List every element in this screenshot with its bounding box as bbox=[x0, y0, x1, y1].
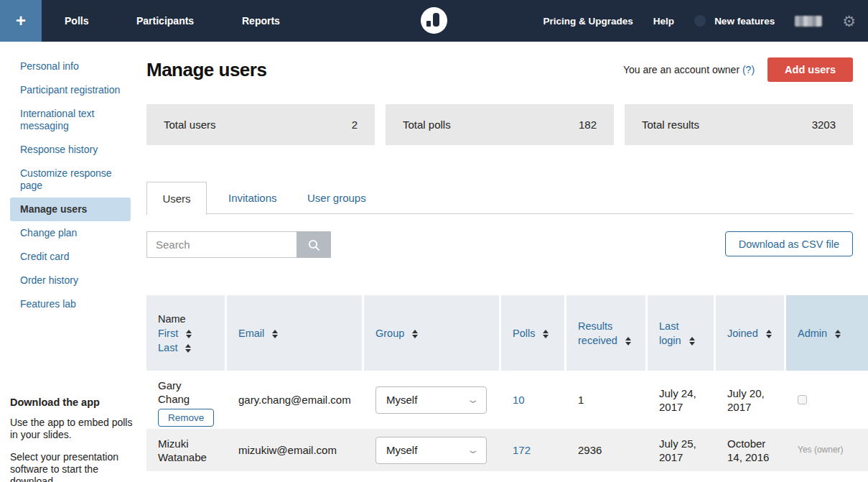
sort-icon[interactable] bbox=[272, 330, 278, 338]
search-button[interactable] bbox=[297, 231, 331, 258]
cell-last-login: July 25, 2017 bbox=[648, 429, 714, 471]
stat-total-results-value: 3203 bbox=[812, 119, 836, 131]
column-header-name[interactable]: Name First Last bbox=[146, 295, 225, 371]
search-input[interactable] bbox=[146, 231, 297, 258]
stat-total-users-value: 2 bbox=[352, 119, 358, 131]
owner-note: You are an account owner (?) bbox=[623, 64, 755, 75]
sort-icon[interactable] bbox=[766, 330, 772, 338]
download-csv-button[interactable]: Download as CSV file bbox=[725, 231, 853, 256]
download-app-body2: Select your presentation software to sta… bbox=[10, 451, 141, 482]
owner-help-icon[interactable]: (?) bbox=[742, 64, 755, 75]
cell-email: gary.chang@email.com bbox=[227, 371, 362, 429]
create-poll-button[interactable]: + bbox=[0, 0, 42, 42]
sidebar-item-order-history[interactable]: Order history bbox=[10, 269, 131, 292]
column-header-polls[interactable]: Polls bbox=[501, 295, 564, 371]
group-select[interactable]: Myself ⌄ bbox=[375, 437, 487, 464]
tab-bar: Users Invitations User groups bbox=[146, 182, 853, 214]
cell-admin bbox=[786, 371, 868, 429]
nav-pricing-upgrades[interactable]: Pricing & Upgrades bbox=[543, 16, 633, 27]
stat-total-polls: Total polls 182 bbox=[386, 104, 614, 145]
sidebar-item-credit-card[interactable]: Credit card bbox=[10, 245, 131, 269]
stat-total-polls-value: 182 bbox=[579, 119, 597, 131]
nav-participants[interactable]: Participants bbox=[136, 0, 194, 42]
navbar-right: Pricing & Upgrades Help New features ⚙ bbox=[543, 0, 856, 42]
cell-name: Mizuki Watanabe bbox=[146, 429, 225, 471]
page-title: Manage users bbox=[146, 59, 266, 81]
sort-icon[interactable] bbox=[185, 344, 191, 353]
sidebar-item-manage-users[interactable]: Manage users bbox=[10, 198, 131, 221]
add-users-button[interactable]: Add users bbox=[767, 57, 853, 82]
cell-name: Gary Chang Remove bbox=[146, 371, 225, 429]
polls-count-link[interactable]: 172 bbox=[513, 443, 531, 457]
download-app-body1: Use the app to embed polls in your slide… bbox=[10, 417, 141, 441]
column-header-last-login[interactable]: Last login bbox=[648, 295, 714, 371]
column-header-group[interactable]: Group bbox=[364, 295, 499, 371]
table-row: Gary Chang Remove gary.chang@email.com M… bbox=[146, 371, 868, 429]
sort-icon[interactable] bbox=[186, 330, 192, 338]
cell-polls: 172 bbox=[501, 429, 564, 471]
search-icon bbox=[307, 238, 320, 251]
column-header-email[interactable]: Email bbox=[227, 295, 362, 371]
sidebar-list: Personal info Participant registration I… bbox=[0, 42, 146, 316]
cell-admin: Yes (owner) bbox=[786, 429, 868, 471]
cell-email: mizukiw@email.com bbox=[227, 429, 362, 471]
sort-icon[interactable] bbox=[835, 330, 841, 338]
sidebar-item-international-text-messaging[interactable]: International text messaging bbox=[10, 102, 131, 138]
table-toolbar: Download as CSV file bbox=[146, 231, 853, 259]
cell-joined: July 20, 2017 bbox=[716, 371, 784, 429]
sidebar-item-personal-info[interactable]: Personal info bbox=[10, 55, 131, 78]
redacted-username bbox=[795, 16, 822, 27]
stat-total-users: Total users 2 bbox=[146, 104, 375, 145]
sort-icon[interactable] bbox=[412, 330, 418, 338]
owner-status-text: Yes (owner) bbox=[798, 443, 844, 457]
users-table-header: Name First Last Email Group Polls bbox=[146, 295, 868, 371]
cell-group: Myself ⌄ bbox=[364, 429, 499, 471]
sort-icon[interactable] bbox=[689, 337, 695, 346]
group-select[interactable]: Myself ⌄ bbox=[375, 386, 487, 414]
column-header-results[interactable]: Results received bbox=[566, 295, 645, 371]
nav-help[interactable]: Help bbox=[653, 16, 674, 27]
download-app-title: Download the app bbox=[10, 397, 141, 408]
top-navbar: + Polls Participants Reports Pricing & U… bbox=[0, 0, 868, 42]
gear-icon[interactable]: ⚙ bbox=[842, 14, 856, 29]
sidebar-item-features-lab[interactable]: Features lab bbox=[10, 292, 131, 316]
nav-reports[interactable]: Reports bbox=[242, 0, 280, 42]
plus-icon: + bbox=[16, 11, 26, 31]
admin-checkbox[interactable] bbox=[798, 395, 807, 404]
polls-count-link[interactable]: 10 bbox=[513, 393, 525, 407]
nav-new-features[interactable]: New features bbox=[694, 15, 775, 27]
main-content: Manage users You are an account owner (?… bbox=[146, 42, 868, 482]
settings-sidebar: Personal info Participant registration I… bbox=[0, 42, 146, 482]
column-header-admin[interactable]: Admin bbox=[786, 295, 868, 371]
cell-results: 2936 bbox=[566, 429, 645, 471]
cell-last-login: July 24, 2017 bbox=[648, 371, 714, 429]
sort-icon[interactable] bbox=[543, 330, 549, 338]
tab-user-groups[interactable]: User groups bbox=[299, 182, 375, 214]
brand-logo-icon[interactable] bbox=[421, 7, 447, 34]
chevron-down-icon: ⌄ bbox=[467, 443, 480, 457]
sidebar-item-customize-response-page[interactable]: Customize response page bbox=[10, 162, 131, 198]
cell-polls: 10 bbox=[501, 371, 564, 429]
new-features-dot-icon bbox=[694, 15, 706, 27]
column-header-joined[interactable]: Joined bbox=[716, 295, 784, 371]
chevron-down-icon: ⌄ bbox=[467, 393, 480, 407]
remove-user-button[interactable]: Remove bbox=[158, 409, 214, 427]
cell-joined: October 14, 2016 bbox=[716, 429, 784, 471]
tab-users[interactable]: Users bbox=[146, 182, 207, 215]
stats-row: Total users 2 Total polls 182 Total resu… bbox=[146, 104, 853, 145]
tab-invitations[interactable]: Invitations bbox=[220, 182, 286, 214]
sidebar-item-response-history[interactable]: Response history bbox=[10, 138, 131, 162]
table-row: Mizuki Watanabe mizukiw@email.com Myself… bbox=[146, 429, 868, 471]
sidebar-item-change-plan[interactable]: Change plan bbox=[10, 221, 131, 245]
stat-total-results: Total results 3203 bbox=[625, 104, 853, 145]
sidebar-item-participant-registration[interactable]: Participant registration bbox=[10, 78, 131, 102]
cell-group: Myself ⌄ bbox=[364, 371, 499, 429]
manage-users-page: + Polls Participants Reports Pricing & U… bbox=[0, 0, 868, 482]
nav-polls[interactable]: Polls bbox=[65, 0, 88, 42]
cell-results: 1 bbox=[566, 371, 645, 429]
download-app-section: Download the app Use the app to embed po… bbox=[10, 397, 141, 482]
sort-icon[interactable] bbox=[625, 337, 631, 346]
